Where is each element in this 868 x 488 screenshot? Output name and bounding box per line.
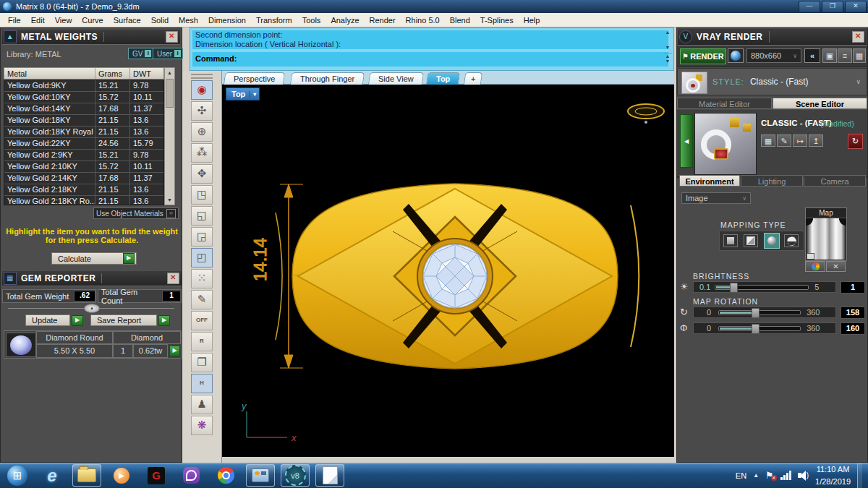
cube-edge-icon[interactable]: ◱ [191, 206, 213, 226]
language-indicator[interactable]: EN [736, 471, 746, 480]
save-preset-as-icon[interactable]: ✎ [777, 134, 791, 147]
col-grams[interactable]: Grams [95, 68, 130, 79]
gem-reporter-close-icon[interactable]: ✕ [167, 273, 179, 284]
cube-vertex-icon[interactable]: ◳ [191, 185, 213, 205]
style-dropdown[interactable]: STYLE: Classic - (Fast) ∨ [677, 68, 867, 95]
table-row[interactable]: Yellow Gold:22KY24.5615.79 [4, 138, 163, 150]
table-row[interactable]: Yellow Gold 2:14KY17.6811.37 [4, 173, 163, 184]
command-area[interactable]: Second dimension point: Dimension locati… [190, 27, 674, 71]
cube-solid-icon[interactable]: ◰ [191, 248, 213, 267]
table-row[interactable]: Yellow Gold:9KY15.219.78 [4, 80, 163, 92]
map-color-button[interactable] [805, 261, 825, 272]
table-row[interactable]: Yellow Gold 2:9KY15.219.78 [4, 150, 163, 161]
save-preset-icon[interactable]: ▦ [761, 134, 775, 147]
toolbar-grip[interactable] [191, 74, 213, 79]
menu-t-splines[interactable]: T-Splines [475, 14, 519, 26]
command-scrollbar[interactable]: ▲▼ ▲▼ [663, 30, 672, 64]
menu-solid[interactable]: Solid [146, 14, 174, 26]
previous-render-icon[interactable]: « [804, 48, 820, 63]
network-signal-icon[interactable] [780, 471, 791, 480]
metal-weights-close-icon[interactable]: ✕ [166, 31, 178, 43]
slider-handle[interactable] [730, 283, 738, 293]
tab-through-finger[interactable]: Through Finger [290, 72, 365, 85]
rotation-v-value[interactable]: 160 [841, 322, 865, 335]
tray-expand-icon[interactable]: ▲ [753, 472, 759, 479]
vray-app-button[interactable]: v8 [281, 464, 310, 487]
menu-render[interactable]: Render [365, 14, 401, 26]
hierarchy-icon[interactable]: ⁂ [191, 143, 213, 163]
calculate-button[interactable]: Calculate ▶ [51, 252, 137, 265]
table-row[interactable]: Yellow Gold:18KY21.1513.6 [4, 115, 163, 127]
save-report-button[interactable]: Save Report [90, 314, 157, 326]
start-button[interactable]: ⊞ [3, 464, 32, 487]
clock[interactable]: 11:10 AM 1/28/2019 [815, 463, 851, 487]
slider-handle[interactable] [752, 324, 760, 334]
gem-arrow-icon[interactable]: ▶ [169, 346, 180, 356]
tab-perspective[interactable]: Perspective [224, 72, 286, 85]
tab-top[interactable]: Top [426, 72, 461, 85]
gem-reporter-header[interactable]: ▦ GEM REPORTER ✕ [2, 271, 182, 286]
gumball-icon[interactable]: ✥ [191, 164, 213, 184]
region-render-icon[interactable]: ▦ [853, 48, 866, 63]
table-row[interactable]: Yellow Gold 2:18KY Ro...21.1513.6 [4, 196, 163, 205]
menu-edit[interactable]: Edit [26, 14, 50, 26]
history-h-icon[interactable]: H [191, 374, 213, 393]
col-dwt[interactable]: DWT [130, 68, 162, 79]
update-button[interactable]: Update [25, 314, 70, 326]
cube-face-icon[interactable]: ◲ [191, 227, 213, 247]
brightness-slider[interactable]: 0.1 5 [693, 281, 836, 293]
export-preset-icon[interactable]: ↦ [793, 134, 807, 147]
hemisphere-mapping-icon[interactable] [784, 234, 799, 247]
restore-button[interactable]: ❐ [822, 1, 843, 13]
preset-thumbnail[interactable] [694, 113, 757, 175]
resolution-dropdown[interactable]: 880x660 ∨ [746, 48, 801, 63]
map-preview[interactable]: Map [805, 207, 847, 261]
tab-material-editor[interactable]: Material Editor [677, 98, 772, 109]
gears-icon[interactable]: ❋ [191, 416, 213, 435]
menu-file[interactable]: File [3, 14, 26, 26]
viewport-top[interactable]: 14.14 [222, 85, 674, 457]
menu-blend[interactable]: Blend [445, 14, 475, 26]
reset-preset-icon[interactable]: ↻ [848, 134, 863, 149]
menu-dimension[interactable]: Dimension [203, 14, 251, 26]
brightness-value[interactable]: 1 [841, 281, 865, 294]
walk-icon[interactable]: ♟ [191, 395, 213, 414]
spray-icon[interactable]: ✎ [191, 290, 213, 309]
chrome-button[interactable] [211, 464, 240, 487]
rotation-v-slider[interactable]: 0 360 [693, 322, 836, 334]
interactive-render-button[interactable] [728, 48, 744, 63]
close-button[interactable]: ✕ [845, 1, 867, 13]
tab-lighting[interactable]: Lighting [741, 175, 803, 187]
sphere-icon[interactable]: ⊕ [191, 122, 213, 142]
volume-icon[interactable]: ) [798, 471, 809, 481]
tab-side-view[interactable]: Side View [368, 72, 424, 85]
environment-source-dropdown[interactable]: Image ∨ [681, 192, 751, 204]
slider-handle[interactable] [752, 308, 760, 318]
rotation-h-value[interactable]: 158 [841, 307, 865, 319]
col-metal[interactable]: Metal [4, 68, 95, 79]
metal-table-scrollbar[interactable]: ▲ ▼ [164, 67, 175, 205]
save-report-arrow-icon[interactable]: ▶ [158, 315, 170, 326]
menu-rhino-5-0[interactable]: Rhino 5.0 [401, 14, 445, 26]
show-desktop-button[interactable] [857, 463, 862, 488]
box-mapping-icon[interactable] [744, 234, 758, 247]
materials-dropdown-icon[interactable]: ○ [166, 209, 176, 218]
internet-explorer-button[interactable]: e [38, 464, 67, 487]
menu-surface[interactable]: Surface [109, 14, 146, 26]
smarttrack-off-icon[interactable]: OFF [191, 311, 213, 330]
garena-button[interactable]: G [142, 464, 171, 487]
command-prompt[interactable]: Command: [192, 52, 668, 67]
media-player-button[interactable]: ▶ [107, 464, 136, 487]
minimize-button[interactable]: — [799, 1, 820, 13]
map-remove-icon[interactable]: ✕ [826, 261, 846, 272]
file-explorer-button[interactable] [72, 464, 101, 487]
vray-header[interactable]: V VRAY RENDER ✕ [678, 29, 867, 46]
table-row[interactable]: Yellow Gold:14KY17.6811.37 [4, 103, 163, 115]
stamp-icon[interactable]: ❐ [191, 353, 213, 372]
notepad-button[interactable] [315, 464, 344, 487]
menu-transform[interactable]: Transform [251, 14, 297, 26]
menu-curve[interactable]: Curve [77, 14, 108, 26]
tab-scene-editor[interactable]: Scene Editor [773, 98, 867, 109]
render-queue-icon[interactable]: ≡ [838, 48, 852, 63]
record-history-icon[interactable]: ◉ [191, 80, 213, 100]
